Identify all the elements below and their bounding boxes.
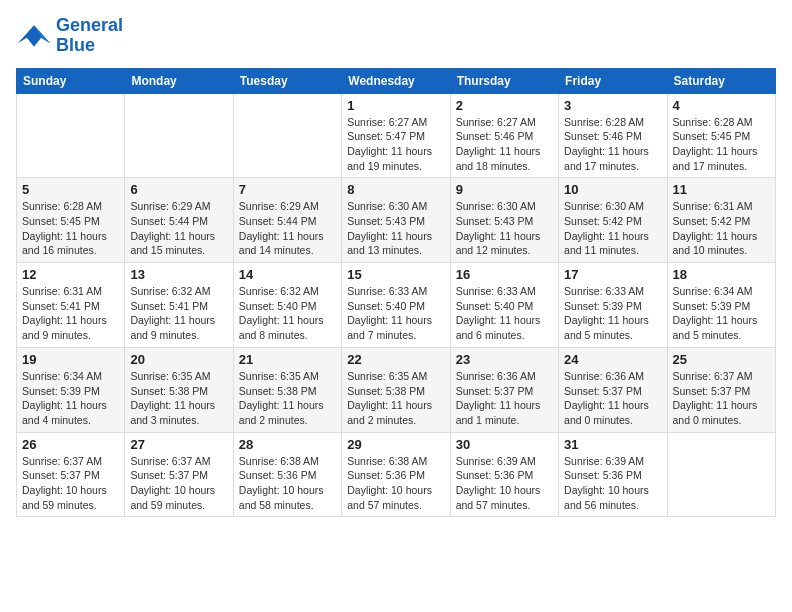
day-info: Sunrise: 6:38 AMSunset: 5:36 PMDaylight:… — [239, 454, 336, 513]
calendar-header-row: SundayMondayTuesdayWednesdayThursdayFrid… — [17, 68, 776, 93]
weekday-header-wednesday: Wednesday — [342, 68, 450, 93]
calendar-cell — [17, 93, 125, 178]
calendar-cell: 10Sunrise: 6:30 AMSunset: 5:42 PMDayligh… — [559, 178, 667, 263]
calendar-cell: 25Sunrise: 6:37 AMSunset: 5:37 PMDayligh… — [667, 347, 775, 432]
day-info: Sunrise: 6:28 AMSunset: 5:45 PMDaylight:… — [673, 115, 770, 174]
calendar-cell: 13Sunrise: 6:32 AMSunset: 5:41 PMDayligh… — [125, 263, 233, 348]
calendar-cell: 6Sunrise: 6:29 AMSunset: 5:44 PMDaylight… — [125, 178, 233, 263]
weekday-header-tuesday: Tuesday — [233, 68, 341, 93]
day-number: 21 — [239, 352, 336, 367]
day-info: Sunrise: 6:34 AMSunset: 5:39 PMDaylight:… — [22, 369, 119, 428]
day-number: 20 — [130, 352, 227, 367]
day-info: Sunrise: 6:32 AMSunset: 5:40 PMDaylight:… — [239, 284, 336, 343]
svg-marker-0 — [18, 25, 50, 47]
day-info: Sunrise: 6:33 AMSunset: 5:40 PMDaylight:… — [347, 284, 444, 343]
weekday-header-monday: Monday — [125, 68, 233, 93]
day-info: Sunrise: 6:36 AMSunset: 5:37 PMDaylight:… — [564, 369, 661, 428]
calendar-cell: 7Sunrise: 6:29 AMSunset: 5:44 PMDaylight… — [233, 178, 341, 263]
calendar-cell: 27Sunrise: 6:37 AMSunset: 5:37 PMDayligh… — [125, 432, 233, 517]
day-number: 22 — [347, 352, 444, 367]
day-info: Sunrise: 6:27 AMSunset: 5:46 PMDaylight:… — [456, 115, 553, 174]
calendar-cell: 12Sunrise: 6:31 AMSunset: 5:41 PMDayligh… — [17, 263, 125, 348]
calendar-cell: 20Sunrise: 6:35 AMSunset: 5:38 PMDayligh… — [125, 347, 233, 432]
calendar-cell: 17Sunrise: 6:33 AMSunset: 5:39 PMDayligh… — [559, 263, 667, 348]
day-number: 27 — [130, 437, 227, 452]
day-info: Sunrise: 6:29 AMSunset: 5:44 PMDaylight:… — [130, 199, 227, 258]
calendar-week-5: 26Sunrise: 6:37 AMSunset: 5:37 PMDayligh… — [17, 432, 776, 517]
logo: General Blue — [16, 16, 123, 56]
calendar-cell — [667, 432, 775, 517]
day-info: Sunrise: 6:30 AMSunset: 5:43 PMDaylight:… — [347, 199, 444, 258]
day-number: 11 — [673, 182, 770, 197]
day-number: 4 — [673, 98, 770, 113]
logo-bird-icon — [16, 18, 52, 54]
day-number: 16 — [456, 267, 553, 282]
day-number: 18 — [673, 267, 770, 282]
calendar-cell — [233, 93, 341, 178]
day-info: Sunrise: 6:28 AMSunset: 5:45 PMDaylight:… — [22, 199, 119, 258]
day-number: 19 — [22, 352, 119, 367]
calendar-cell: 14Sunrise: 6:32 AMSunset: 5:40 PMDayligh… — [233, 263, 341, 348]
calendar-week-3: 12Sunrise: 6:31 AMSunset: 5:41 PMDayligh… — [17, 263, 776, 348]
day-info: Sunrise: 6:36 AMSunset: 5:37 PMDaylight:… — [456, 369, 553, 428]
calendar-cell: 9Sunrise: 6:30 AMSunset: 5:43 PMDaylight… — [450, 178, 558, 263]
calendar-table: SundayMondayTuesdayWednesdayThursdayFrid… — [16, 68, 776, 518]
calendar-cell: 18Sunrise: 6:34 AMSunset: 5:39 PMDayligh… — [667, 263, 775, 348]
day-number: 26 — [22, 437, 119, 452]
day-info: Sunrise: 6:37 AMSunset: 5:37 PMDaylight:… — [22, 454, 119, 513]
calendar-week-2: 5Sunrise: 6:28 AMSunset: 5:45 PMDaylight… — [17, 178, 776, 263]
day-info: Sunrise: 6:35 AMSunset: 5:38 PMDaylight:… — [347, 369, 444, 428]
day-info: Sunrise: 6:29 AMSunset: 5:44 PMDaylight:… — [239, 199, 336, 258]
day-number: 14 — [239, 267, 336, 282]
day-number: 24 — [564, 352, 661, 367]
day-info: Sunrise: 6:39 AMSunset: 5:36 PMDaylight:… — [456, 454, 553, 513]
day-info: Sunrise: 6:33 AMSunset: 5:39 PMDaylight:… — [564, 284, 661, 343]
day-number: 28 — [239, 437, 336, 452]
day-number: 2 — [456, 98, 553, 113]
calendar-cell: 8Sunrise: 6:30 AMSunset: 5:43 PMDaylight… — [342, 178, 450, 263]
day-number: 30 — [456, 437, 553, 452]
calendar-cell: 16Sunrise: 6:33 AMSunset: 5:40 PMDayligh… — [450, 263, 558, 348]
calendar-cell: 22Sunrise: 6:35 AMSunset: 5:38 PMDayligh… — [342, 347, 450, 432]
logo-text: General Blue — [56, 16, 123, 56]
weekday-header-saturday: Saturday — [667, 68, 775, 93]
calendar-cell: 15Sunrise: 6:33 AMSunset: 5:40 PMDayligh… — [342, 263, 450, 348]
weekday-header-sunday: Sunday — [17, 68, 125, 93]
day-number: 5 — [22, 182, 119, 197]
day-info: Sunrise: 6:37 AMSunset: 5:37 PMDaylight:… — [673, 369, 770, 428]
calendar-cell: 11Sunrise: 6:31 AMSunset: 5:42 PMDayligh… — [667, 178, 775, 263]
calendar-cell: 2Sunrise: 6:27 AMSunset: 5:46 PMDaylight… — [450, 93, 558, 178]
calendar-cell: 31Sunrise: 6:39 AMSunset: 5:36 PMDayligh… — [559, 432, 667, 517]
day-number: 1 — [347, 98, 444, 113]
calendar-cell: 26Sunrise: 6:37 AMSunset: 5:37 PMDayligh… — [17, 432, 125, 517]
day-info: Sunrise: 6:30 AMSunset: 5:43 PMDaylight:… — [456, 199, 553, 258]
calendar-cell: 29Sunrise: 6:38 AMSunset: 5:36 PMDayligh… — [342, 432, 450, 517]
day-info: Sunrise: 6:33 AMSunset: 5:40 PMDaylight:… — [456, 284, 553, 343]
calendar-cell: 21Sunrise: 6:35 AMSunset: 5:38 PMDayligh… — [233, 347, 341, 432]
day-info: Sunrise: 6:30 AMSunset: 5:42 PMDaylight:… — [564, 199, 661, 258]
calendar-cell: 1Sunrise: 6:27 AMSunset: 5:47 PMDaylight… — [342, 93, 450, 178]
calendar-cell — [125, 93, 233, 178]
calendar-cell: 19Sunrise: 6:34 AMSunset: 5:39 PMDayligh… — [17, 347, 125, 432]
weekday-header-friday: Friday — [559, 68, 667, 93]
day-info: Sunrise: 6:39 AMSunset: 5:36 PMDaylight:… — [564, 454, 661, 513]
calendar-cell: 5Sunrise: 6:28 AMSunset: 5:45 PMDaylight… — [17, 178, 125, 263]
calendar-cell: 28Sunrise: 6:38 AMSunset: 5:36 PMDayligh… — [233, 432, 341, 517]
day-info: Sunrise: 6:34 AMSunset: 5:39 PMDaylight:… — [673, 284, 770, 343]
day-number: 25 — [673, 352, 770, 367]
day-info: Sunrise: 6:31 AMSunset: 5:42 PMDaylight:… — [673, 199, 770, 258]
day-number: 8 — [347, 182, 444, 197]
day-info: Sunrise: 6:28 AMSunset: 5:46 PMDaylight:… — [564, 115, 661, 174]
calendar-cell: 30Sunrise: 6:39 AMSunset: 5:36 PMDayligh… — [450, 432, 558, 517]
day-number: 6 — [130, 182, 227, 197]
day-number: 9 — [456, 182, 553, 197]
calendar-cell: 3Sunrise: 6:28 AMSunset: 5:46 PMDaylight… — [559, 93, 667, 178]
day-info: Sunrise: 6:35 AMSunset: 5:38 PMDaylight:… — [239, 369, 336, 428]
day-number: 15 — [347, 267, 444, 282]
day-number: 10 — [564, 182, 661, 197]
day-info: Sunrise: 6:38 AMSunset: 5:36 PMDaylight:… — [347, 454, 444, 513]
day-number: 17 — [564, 267, 661, 282]
day-number: 29 — [347, 437, 444, 452]
calendar-week-4: 19Sunrise: 6:34 AMSunset: 5:39 PMDayligh… — [17, 347, 776, 432]
day-number: 13 — [130, 267, 227, 282]
